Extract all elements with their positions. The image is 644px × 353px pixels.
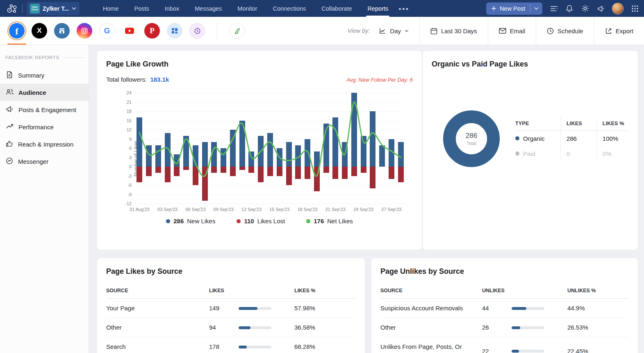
youtube-channel-icon[interactable] [122, 23, 137, 39]
y-axis-tick: 18 [118, 109, 132, 114]
source-name-cell: Suspicious Account Removals [380, 299, 482, 318]
organic-table-header: TYPE [515, 117, 560, 131]
grid-app-channel-icon[interactable] [167, 23, 182, 39]
source-table-header: SOURCE [380, 285, 482, 299]
zoho-social-logo-icon[interactable] [6, 2, 18, 15]
more-icon[interactable]: ●●● [396, 6, 412, 11]
donut-total-caption: Total [467, 141, 476, 146]
x-axis-tick: 03 Sep'23 [157, 207, 177, 212]
organic-table-header: LIKES % [596, 117, 629, 131]
x-axis-tick: 24 Sep'23 [353, 207, 373, 212]
instagram-channel-icon[interactable] [77, 23, 92, 39]
clock-icon [547, 28, 554, 34]
people-icon [6, 88, 14, 96]
zoho-channel-icon[interactable] [229, 23, 245, 39]
new-post-button[interactable]: New Post [486, 2, 542, 15]
document-icon [6, 71, 13, 80]
likes-bar-cell [239, 318, 294, 337]
notifications-bell-icon[interactable] [565, 5, 573, 13]
sidebar-item-summary[interactable]: Summary [0, 66, 89, 84]
legend-label: Likes Lost [257, 218, 285, 225]
percent-bar [512, 350, 544, 353]
export-button[interactable]: Export [594, 17, 644, 45]
organic-table-percent-cell: 100% [596, 131, 629, 146]
nav-item-collaborate[interactable]: Collaborate [314, 0, 360, 17]
source-percent-cell: 22.45% [567, 337, 629, 353]
sidebar-item-posts-engagement[interactable]: Posts & Engagement [0, 101, 89, 118]
organic-table-likes-cell: 286 [560, 131, 596, 146]
chevron-down-icon [72, 7, 76, 10]
percent-bar [239, 346, 271, 348]
email-button[interactable]: Email [488, 17, 536, 45]
nav-item-connections[interactable]: Connections [265, 0, 314, 17]
legend-item: 110Likes Lost [237, 218, 285, 225]
settings-gear-icon[interactable] [581, 5, 589, 13]
source-value-cell: 22 [482, 337, 512, 353]
date-range-button[interactable]: Last 30 Days [419, 17, 488, 45]
app-grid-icon[interactable] [631, 5, 639, 13]
organic-vs-paid-card: Organic vs Paid Page Likes 286 Total TYP… [423, 51, 638, 250]
x-axis-tick: 31 Aug'23 [130, 207, 150, 212]
nav-item-posts[interactable]: Posts [127, 0, 157, 17]
nav-item-home[interactable]: Home [95, 0, 127, 17]
net-likes-line [135, 93, 405, 204]
likes-bar-cell [239, 337, 294, 353]
nav-item-reports[interactable]: Reports [360, 0, 396, 17]
sidebar-item-reach-impression[interactable]: Reach & Impression [0, 135, 89, 153]
legend-label: Net Likes [327, 218, 353, 225]
nav-item-inbox[interactable]: Inbox [157, 0, 187, 17]
organic-table-type-cell: Organic [515, 131, 560, 146]
sidebar-item-performance[interactable]: Performance [0, 118, 89, 135]
google-channel-icon[interactable]: G [99, 23, 115, 39]
sidebar-item-messenger[interactable]: Messenger [0, 153, 89, 170]
pinterest-channel-icon[interactable]: P [144, 23, 160, 39]
percent-bar-fill [512, 350, 519, 353]
page-unlikes-by-source-card: Page Unlikes by Source SOURCEUNLIKESUNLI… [371, 258, 638, 353]
chevron-down-icon [534, 7, 539, 10]
nav-item-messages[interactable]: Messages [187, 0, 230, 17]
main-content: Page Like Growth Total followers: 183.1k… [89, 45, 644, 353]
schedule-button[interactable]: Schedule [536, 17, 594, 45]
channel-list: fXGP [9, 22, 245, 39]
nav-right-cluster: New Post [486, 2, 639, 15]
source-percent-cell: 68.28% [294, 337, 356, 353]
source-name-cell: Your Page [106, 299, 209, 318]
user-avatar[interactable] [612, 3, 624, 14]
sidebar-item-label: Messenger [18, 158, 48, 165]
source-value-cell: 178 [209, 337, 239, 353]
percent-bar-fill [512, 326, 520, 329]
card-title: Organic vs Paid Page Likes [432, 60, 629, 69]
y-axis-tick: 24 [118, 90, 132, 95]
source-table-header: LIKES % [294, 285, 356, 299]
facebook-channel-icon[interactable]: f [9, 23, 25, 39]
storefront-channel-icon[interactable] [54, 23, 70, 39]
timer-channel-icon[interactable] [189, 23, 205, 39]
percent-bar [512, 307, 544, 310]
x-axis-tick: 06 Sep'23 [185, 207, 205, 212]
schedule-label: Schedule [558, 28, 583, 34]
sidebar-item-audience[interactable]: Audience [0, 84, 89, 101]
x-channel-icon[interactable]: X [32, 23, 47, 39]
activity-list-icon[interactable] [550, 5, 558, 13]
page-like-growth-card: Page Like Growth Total followers: 183.1k… [97, 51, 422, 250]
view-by-control[interactable]: View by: Day [337, 17, 419, 45]
source-name-cell: Unlikes From Page, Posts, Or News Feed [380, 337, 482, 353]
nav-item-monitor[interactable]: Monitor [230, 0, 265, 17]
brand-selector[interactable]: Zylker Travels Zylker T... [27, 2, 80, 15]
chart-icon [379, 28, 386, 34]
email-label: Email [510, 28, 526, 34]
new-post-dropdown[interactable] [530, 4, 542, 13]
y-axis-tick: 3 [118, 155, 132, 160]
divider [217, 22, 217, 39]
source-table-header: UNLIKES [482, 285, 512, 299]
legend-value: 286 [173, 218, 184, 225]
y-axis-tick: -9 [118, 192, 132, 197]
trend-icon [6, 123, 14, 131]
announcement-megaphone-icon[interactable] [596, 5, 605, 13]
legend-dot [237, 219, 241, 223]
megaphone-icon [6, 105, 14, 114]
organic-paid-donut-chart: 286 Total [443, 110, 500, 167]
y-axis-tick: 0 [118, 164, 132, 169]
messenger-icon [6, 157, 13, 166]
thumb-icon [6, 140, 13, 149]
